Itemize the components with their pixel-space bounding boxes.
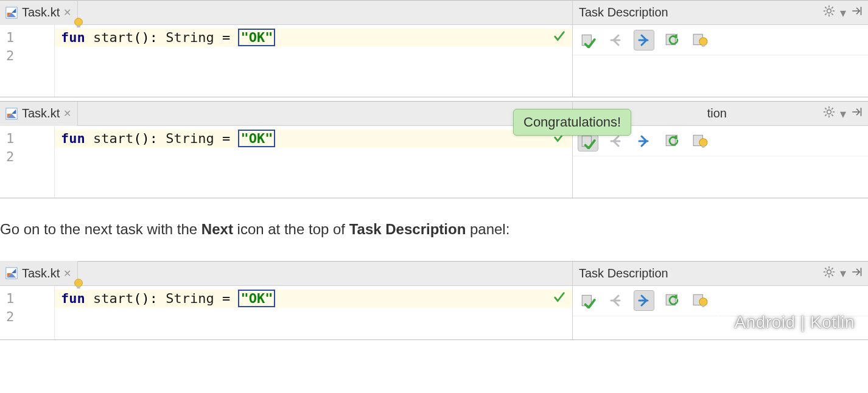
collapse-icon[interactable] [851, 106, 862, 120]
task-description-header: Task Description ▾ [573, 1, 868, 25]
tab-filename: Task.kt [22, 266, 60, 280]
intention-bulb-icon[interactable] [72, 277, 85, 291]
chevron-down-icon[interactable]: ▾ [840, 106, 846, 121]
intention-bulb-icon[interactable] [72, 16, 85, 30]
svg-line-12 [831, 13, 833, 15]
svg-point-4 [75, 18, 83, 26]
collapse-icon[interactable] [851, 266, 862, 280]
next-task-button[interactable] [634, 30, 654, 50]
tab-bar: Task.kt ✕ [0, 1, 572, 25]
code-content[interactable]: fun start(): String = "OK" [55, 25, 572, 97]
close-tab-icon[interactable]: ✕ [63, 108, 71, 119]
svg-point-48 [827, 270, 831, 274]
svg-point-66 [713, 316, 715, 318]
svg-line-31 [825, 108, 827, 110]
reset-task-button[interactable] [662, 30, 682, 50]
prev-task-button[interactable] [606, 290, 626, 311]
congratulations-tooltip: Congratulations! [513, 109, 631, 136]
watermark: Android | Kotlin [709, 313, 855, 332]
svg-point-6 [827, 9, 831, 13]
line-number: 1 [0, 29, 54, 47]
tab-filename: Task.kt [22, 5, 60, 19]
file-tab[interactable]: Task.kt ✕ [0, 1, 78, 25]
status-check-icon [553, 291, 566, 307]
editor-area[interactable]: 1 2 fun start(): String = "OK" [0, 286, 572, 339]
panel-title: Task Description [579, 266, 818, 280]
tab-filename: Task.kt [22, 106, 60, 120]
line-number: 1 [0, 290, 54, 308]
gear-icon[interactable] [823, 106, 835, 121]
close-tab-icon[interactable]: ✕ [63, 268, 71, 279]
hint-button[interactable] [690, 30, 710, 50]
prev-task-button[interactable] [606, 30, 626, 50]
svg-rect-21 [702, 44, 704, 46]
svg-point-62 [699, 298, 707, 306]
code-line: fun start(): String = "OK" [55, 290, 572, 308]
code-line [55, 148, 572, 166]
check-task-button[interactable] [578, 30, 598, 50]
svg-point-40 [699, 138, 707, 146]
next-task-button[interactable] [634, 131, 654, 151]
close-tab-icon[interactable]: ✕ [63, 7, 71, 18]
svg-point-65 [717, 318, 729, 327]
task-description-panel: Task Description ▾ [573, 1, 868, 97]
svg-point-26 [827, 110, 831, 114]
editor-pane: Task.kt ✕ 1 2 fun start(): String = "OK" [0, 102, 573, 198]
gear-icon[interactable] [823, 5, 835, 20]
chevron-down-icon[interactable]: ▾ [840, 5, 846, 20]
status-check-icon [553, 30, 566, 46]
code-content[interactable]: fun start(): String = "OK" [55, 286, 572, 339]
reset-task-button[interactable] [662, 290, 682, 311]
task-toolbar [573, 25, 868, 55]
ide-block-2: Task.kt ✕ 1 2 fun start(): String = "OK"… [0, 101, 868, 198]
task-toolbar [573, 286, 868, 316]
code-line: fun start(): String = "OK" [55, 29, 572, 47]
gear-icon[interactable] [823, 266, 835, 281]
line-number: 1 [0, 130, 54, 148]
svg-point-46 [75, 279, 83, 287]
kotlin-file-icon [5, 107, 18, 120]
svg-rect-63 [702, 305, 704, 307]
svg-line-13 [825, 13, 827, 15]
code-line: fun start(): String = "OK" [55, 130, 572, 148]
line-gutter: 1 2 [0, 286, 55, 339]
code-content[interactable]: fun start(): String = "OK" [55, 126, 572, 198]
check-task-button[interactable] [578, 290, 598, 311]
code-line [55, 308, 572, 326]
svg-line-53 [825, 268, 827, 270]
reset-task-button[interactable] [662, 131, 682, 151]
task-description-header: Task Description ▾ [573, 262, 868, 286]
line-gutter: 1 2 [0, 25, 55, 97]
chevron-down-icon[interactable]: ▾ [840, 266, 846, 280]
svg-point-20 [699, 37, 707, 45]
ide-block-3: Task.kt ✕ 1 2 fun start(): String = "OK" [0, 261, 868, 340]
kotlin-file-icon [5, 6, 18, 19]
hint-button[interactable] [690, 131, 710, 151]
svg-line-11 [825, 7, 827, 9]
editor-area[interactable]: 1 2 fun start(): String = "OK" [0, 25, 572, 97]
editor-area[interactable]: 1 2 fun start(): String = "OK" [0, 126, 572, 198]
file-tab[interactable]: Task.kt ✕ [0, 102, 78, 126]
kotlin-file-icon [5, 266, 18, 280]
line-gutter: 1 2 [0, 126, 55, 198]
svg-point-67 [717, 316, 719, 318]
svg-line-33 [825, 114, 827, 116]
file-tab[interactable]: Task.kt ✕ [0, 261, 78, 285]
next-task-button[interactable] [634, 290, 654, 311]
collapse-icon[interactable] [851, 5, 862, 19]
svg-rect-5 [77, 26, 80, 28]
code-line [55, 47, 572, 65]
hint-button[interactable] [690, 290, 710, 311]
svg-rect-41 [702, 145, 704, 147]
tab-bar: Task.kt ✕ [0, 102, 572, 126]
tab-bar: Task.kt ✕ [0, 262, 572, 286]
line-number: 2 [0, 47, 54, 65]
svg-line-54 [831, 274, 833, 276]
svg-line-56 [831, 268, 833, 270]
svg-line-55 [825, 274, 827, 276]
line-number: 2 [0, 148, 54, 166]
svg-line-32 [831, 114, 833, 116]
editor-pane: Task.kt ✕ 1 2 fun start(): String = "OK" [0, 1, 573, 97]
panel-title: Task Description [579, 5, 818, 19]
svg-rect-47 [77, 286, 80, 288]
